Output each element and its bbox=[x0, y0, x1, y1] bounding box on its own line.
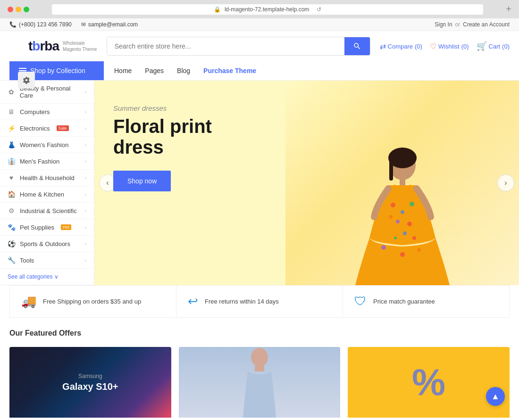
tools-icon: 🔧 bbox=[8, 256, 15, 264]
featured-card-galaxy[interactable]: Samsung Galaxy S10+ Save $200 on Samsung… bbox=[9, 347, 171, 420]
chevron-right-icon: › bbox=[85, 192, 86, 197]
sidebar-item-health[interactable]: ♥ Health & Household › bbox=[0, 170, 94, 186]
dot-yellow[interactable] bbox=[16, 7, 21, 12]
sidebar-item-sports[interactable]: ⚽ Sports & Outdoors › bbox=[0, 236, 94, 252]
featured-card-women[interactable]: Save 10% on Women's Dre... bbox=[179, 347, 341, 420]
electronics-icon: ⚡ bbox=[8, 124, 15, 132]
nav-link-blog[interactable]: Blog bbox=[171, 61, 196, 80]
svg-point-13 bbox=[394, 237, 397, 239]
svg-point-12 bbox=[403, 231, 407, 235]
nav-link-purchase[interactable]: Purchase Theme bbox=[198, 61, 262, 80]
email-icon: ✉ bbox=[81, 21, 86, 28]
svg-point-9 bbox=[396, 220, 400, 223]
url-bar[interactable]: 🔒 ld-magento-72.template-help.com ↺ bbox=[52, 4, 483, 15]
shop-collection-label: Shop by Collection bbox=[30, 67, 85, 74]
logo-subtitle: Wholesale Magento Theme bbox=[63, 40, 97, 52]
browser-chrome: 🔒 ld-magento-72.template-help.com ↺ + bbox=[0, 0, 519, 18]
sale-badge: Sale bbox=[57, 125, 69, 131]
hero-title: Floral printdress bbox=[113, 116, 245, 157]
sidebar-item-health-label: Health & Household bbox=[20, 174, 75, 181]
svg-point-18 bbox=[251, 348, 268, 367]
hot-badge: Hot bbox=[61, 224, 71, 230]
sports-icon: ⚽ bbox=[8, 240, 15, 247]
search-bar bbox=[107, 37, 370, 56]
womens-icon: 👗 bbox=[8, 141, 15, 148]
health-icon: ♥ bbox=[8, 174, 15, 181]
sidebar-item-home[interactable]: 🏠 Home & Kitchen › bbox=[0, 186, 94, 203]
sidebar-item-industrial[interactable]: ⚙ Industrial & Scientific › bbox=[0, 203, 94, 219]
mens-icon: 👔 bbox=[8, 157, 15, 165]
sidebar-menu: ✿ Beauty & Personal Care › 🖥 Computers ›… bbox=[0, 81, 94, 285]
dot-red[interactable] bbox=[8, 7, 13, 12]
url-text: ld-magento-72.template-help.com bbox=[225, 6, 309, 13]
new-tab-btn[interactable]: + bbox=[506, 4, 511, 15]
sidebar-item-computers-label: Computers bbox=[20, 108, 50, 115]
svg-point-11 bbox=[389, 215, 393, 219]
featured-title: Our Featured Offers bbox=[9, 329, 510, 338]
svg-point-16 bbox=[417, 248, 421, 252]
beauty-icon: ✿ bbox=[8, 88, 15, 96]
chevron-down-icon: ∨ bbox=[54, 273, 59, 280]
sidebar-item-tools-label: Tools bbox=[20, 257, 34, 264]
sidebar-item-electronics-label: Electronics bbox=[20, 125, 50, 132]
wishlist-count: (0) bbox=[461, 43, 469, 50]
hero-image-area bbox=[285, 81, 519, 285]
chevron-right-icon: › bbox=[85, 109, 86, 115]
featured-card-tech[interactable]: % Shop Tech Deals... bbox=[348, 347, 510, 420]
sidebar-item-industrial-label: Industrial & Scientific bbox=[20, 207, 77, 214]
industrial-icon: ⚙ bbox=[8, 207, 15, 214]
email-address: sample@email.com bbox=[88, 21, 138, 28]
compare-icon: ⇄ bbox=[380, 42, 386, 51]
hero-banner: ‹ Summer dresses Floral printdress Shop … bbox=[94, 81, 519, 285]
hero-cta-btn[interactable]: Shop now bbox=[113, 171, 171, 191]
scroll-top-btn[interactable]: ▲ bbox=[486, 387, 505, 406]
galaxy-card-image: Samsung Galaxy S10+ bbox=[9, 347, 171, 418]
benefit-shipping: 🚚 Free Shipping on orders $35 and up bbox=[10, 286, 176, 317]
create-account-link[interactable]: Create an Account bbox=[463, 21, 510, 28]
compare-link[interactable]: ⇄ Compare (0) bbox=[380, 42, 422, 51]
chevron-right-icon: › bbox=[85, 175, 86, 181]
or-text: or bbox=[455, 21, 460, 28]
returns-icon: ↩ bbox=[188, 294, 198, 309]
svg-rect-19 bbox=[255, 366, 264, 371]
benefit-returns: ↩ Free returns within 14 days bbox=[176, 286, 343, 317]
sidebar-item-sports-label: Sports & Outdoors bbox=[20, 240, 70, 247]
nav-bar: Shop by Collection Home Pages Blog Purch… bbox=[0, 61, 519, 81]
sidebar-item-mens-label: Men's Fashion bbox=[20, 158, 59, 165]
sidebar-item-pet[interactable]: 🐾 Pet Supplies Hot › bbox=[0, 219, 94, 236]
sidebar-item-computers[interactable]: 🖥 Computers › bbox=[0, 104, 94, 120]
sidebar-item-tools[interactable]: 🔧 Tools › bbox=[0, 252, 94, 269]
lock-icon: 🔒 bbox=[214, 6, 221, 13]
sidebar-item-mens[interactable]: 👔 Men's Fashion › bbox=[0, 153, 94, 170]
phone-icon: 📞 bbox=[9, 21, 17, 28]
sidebar-item-home-label: Home & Kitchen bbox=[20, 191, 64, 198]
search-input[interactable] bbox=[107, 37, 344, 55]
cart-label: Cart bbox=[489, 43, 501, 50]
wishlist-label: Wishlist bbox=[438, 43, 460, 50]
settings-button[interactable] bbox=[18, 72, 35, 89]
sidebar-item-beauty[interactable]: ✿ Beauty & Personal Care › bbox=[0, 81, 94, 104]
svg-point-8 bbox=[410, 202, 414, 206]
dot-green[interactable] bbox=[24, 7, 29, 12]
wishlist-link[interactable]: ♡ Wishlist (0) bbox=[430, 42, 469, 51]
svg-point-10 bbox=[407, 222, 412, 226]
nav-link-home[interactable]: Home bbox=[109, 61, 137, 80]
see-all-categories[interactable]: See all categories ∨ bbox=[0, 269, 94, 285]
shipping-icon: 🚚 bbox=[21, 294, 36, 309]
browser-dots bbox=[8, 7, 29, 12]
hero-next-btn[interactable]: › bbox=[497, 174, 514, 191]
cart-link[interactable]: 🛒 Cart (0) bbox=[477, 41, 510, 51]
logo[interactable]: tbrba Wholesale Magento Theme bbox=[28, 39, 97, 54]
compare-count: (0) bbox=[415, 43, 422, 50]
sidebar-item-womens[interactable]: 👗 Women's Fashion › bbox=[0, 137, 94, 153]
nav-link-pages[interactable]: Pages bbox=[139, 61, 169, 80]
featured-section: Our Featured Offers Samsung Galaxy S10+ … bbox=[0, 318, 519, 420]
sidebar-item-electronics[interactable]: ⚡ Electronics Sale › bbox=[0, 120, 94, 137]
refresh-icon[interactable]: ↺ bbox=[317, 6, 321, 13]
cart-count: (0) bbox=[502, 43, 510, 50]
galaxy-title: Galaxy S10+ bbox=[62, 381, 118, 392]
percent-symbol: % bbox=[412, 361, 445, 404]
signin-link[interactable]: Sign In bbox=[435, 21, 452, 28]
featured-grid: Samsung Galaxy S10+ Save $200 on Samsung… bbox=[9, 347, 510, 420]
search-button[interactable] bbox=[344, 37, 370, 55]
